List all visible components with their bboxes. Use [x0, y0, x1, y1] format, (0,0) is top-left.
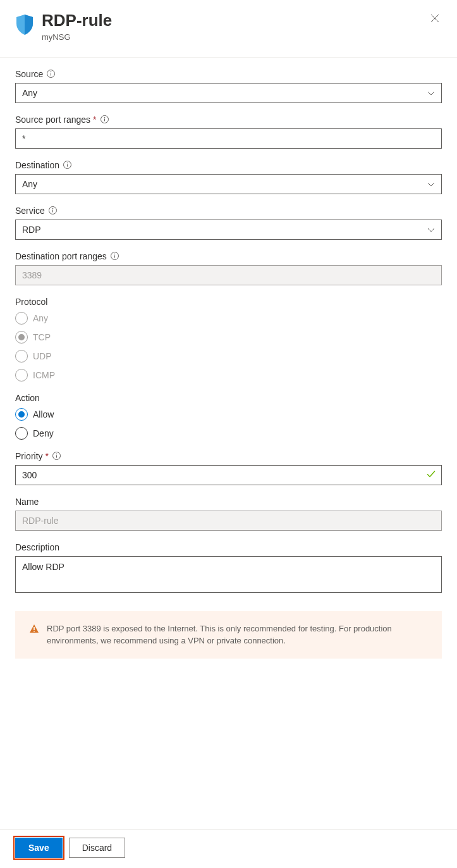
description-input[interactable] — [15, 556, 442, 593]
checkmark-icon — [427, 470, 436, 480]
close-button[interactable] — [428, 11, 442, 27]
form-body: Source Any Source port ranges * Destinat… — [0, 58, 457, 829]
svg-rect-19 — [34, 631, 35, 632]
svg-rect-14 — [114, 256, 115, 258]
required-marker: * — [93, 115, 96, 125]
svg-point-13 — [114, 254, 115, 255]
service-value: RDP — [22, 225, 41, 235]
service-select[interactable]: RDP — [15, 220, 442, 240]
source-value: Any — [22, 88, 37, 98]
svg-rect-18 — [34, 627, 35, 630]
action-label: Action — [15, 393, 40, 403]
svg-rect-2 — [51, 73, 51, 76]
radio-label: Any — [33, 313, 48, 323]
panel-title: RDP-rule — [42, 11, 428, 30]
action-radio-group: Allow Deny — [15, 408, 442, 440]
discard-button[interactable]: Discard — [69, 838, 125, 858]
info-icon[interactable] — [49, 206, 57, 214]
protocol-radio-group: Any TCP UDP ICMP — [15, 312, 442, 381]
svg-rect-8 — [67, 164, 68, 167]
priority-label: Priority — [15, 451, 43, 461]
service-label: Service — [15, 206, 45, 216]
warning-banner: RDP port 3389 is exposed to the Internet… — [15, 611, 442, 659]
name-label: Name — [15, 497, 39, 507]
destination-label: Destination — [15, 160, 59, 170]
panel-subtitle: myNSG — [42, 32, 428, 42]
source-port-label: Source port ranges — [15, 115, 90, 125]
info-icon[interactable] — [63, 161, 71, 169]
protocol-any-radio: Any — [15, 312, 442, 325]
svg-rect-5 — [104, 119, 105, 121]
chevron-down-icon — [427, 88, 435, 98]
radio-label: UDP — [33, 351, 52, 361]
source-label: Source — [15, 69, 43, 79]
priority-input[interactable] — [15, 465, 442, 485]
source-select[interactable]: Any — [15, 83, 442, 103]
name-input — [15, 511, 442, 531]
radio-label: Allow — [33, 409, 54, 419]
svg-point-7 — [67, 163, 68, 164]
protocol-icmp-radio: ICMP — [15, 369, 442, 381]
svg-point-1 — [51, 71, 52, 73]
protocol-udp-radio: UDP — [15, 350, 442, 363]
destination-value: Any — [22, 179, 37, 189]
action-deny-radio[interactable]: Deny — [15, 427, 442, 440]
radio-label: ICMP — [33, 370, 55, 380]
radio-label: TCP — [33, 332, 51, 342]
protocol-tcp-radio: TCP — [15, 331, 442, 344]
protocol-label: Protocol — [15, 297, 47, 307]
panel-header: RDP-rule myNSG — [0, 0, 457, 57]
panel-footer: Save Discard — [0, 829, 457, 868]
shield-icon — [15, 14, 34, 37]
svg-point-4 — [104, 117, 105, 118]
source-port-input[interactable] — [15, 128, 442, 149]
svg-point-10 — [52, 208, 53, 209]
description-label: Description — [15, 542, 59, 552]
svg-point-16 — [56, 454, 58, 455]
save-button[interactable]: Save — [15, 838, 63, 858]
info-icon[interactable] — [111, 252, 119, 260]
chevron-down-icon — [427, 179, 435, 189]
required-marker: * — [46, 451, 49, 461]
warning-message: RDP port 3389 is exposed to the Internet… — [47, 623, 428, 647]
svg-rect-17 — [56, 456, 57, 458]
info-icon[interactable] — [52, 452, 61, 460]
info-icon[interactable] — [47, 70, 55, 78]
radio-label: Deny — [33, 428, 54, 438]
warning-icon — [29, 624, 39, 636]
action-allow-radio[interactable]: Allow — [15, 408, 442, 421]
dest-port-input — [15, 265, 442, 285]
info-icon[interactable] — [101, 115, 109, 123]
svg-rect-11 — [52, 210, 53, 213]
destination-select[interactable]: Any — [15, 174, 442, 194]
dest-port-label: Destination port ranges — [15, 251, 107, 261]
chevron-down-icon — [427, 225, 435, 235]
